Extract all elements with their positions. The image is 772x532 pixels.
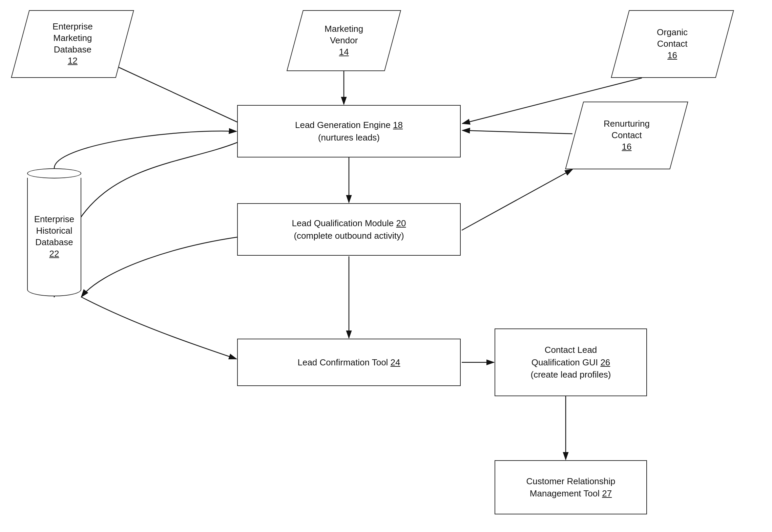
svg-line-2 (105, 61, 257, 131)
renurturing-contact-number: 16 (622, 142, 632, 152)
renurturing-contact-label: RenurturingContact16 (604, 118, 650, 152)
lead-generation-engine-node: Lead Generation Engine 18(nurtures leads… (237, 105, 461, 157)
diagram-container: EnterpriseMarketingDatabase12 MarketingV… (0, 0, 772, 532)
enterprise-marketing-db-label: EnterpriseMarketingDatabase12 (53, 21, 93, 67)
marketing-vendor-number: 14 (339, 47, 349, 57)
lead-qualification-module-label: Lead Qualification Module 20(complete ou… (292, 217, 406, 242)
marketing-vendor-node: MarketingVendor14 (287, 10, 401, 71)
lead-generation-engine-label: Lead Generation Engine 18(nurtures leads… (295, 119, 403, 144)
enterprise-marketing-db-node: EnterpriseMarketingDatabase12 (11, 10, 134, 78)
enterprise-historical-db-number: 22 (49, 249, 59, 259)
crm-tool-node: Customer RelationshipManagement Tool 27 (495, 460, 647, 514)
crm-tool-label: Customer RelationshipManagement Tool 27 (526, 475, 615, 500)
contact-lead-qualification-node: Contact LeadQualification GUI 26(create … (495, 328, 647, 396)
contact-lead-qualification-label: Contact LeadQualification GUI 26(create … (531, 344, 611, 381)
organic-contact-number: 16 (668, 50, 677, 60)
arrows-svg (0, 0, 772, 532)
lead-qualification-module-node: Lead Qualification Module 20(complete ou… (237, 203, 461, 256)
enterprise-marketing-db-number: 12 (68, 56, 78, 66)
cylinder-body: EnterpriseHistoricalDatabase22 (27, 178, 81, 296)
lead-confirmation-tool-node: Lead Confirmation Tool 24 (237, 339, 461, 386)
renurturing-contact-node: RenurturingContact16 (565, 102, 688, 169)
lead-confirmation-tool-label: Lead Confirmation Tool 24 (297, 356, 400, 368)
marketing-vendor-label: MarketingVendor14 (325, 23, 363, 58)
cylinder-top (27, 168, 81, 178)
enterprise-historical-db-node: EnterpriseHistoricalDatabase22 (27, 168, 81, 296)
svg-line-7 (462, 169, 572, 230)
organic-contact-label: OrganicContact16 (657, 27, 688, 61)
organic-contact-node: OrganicContact16 (611, 10, 734, 78)
enterprise-historical-db-label: EnterpriseHistoricalDatabase22 (34, 214, 75, 259)
svg-line-5 (462, 130, 572, 134)
